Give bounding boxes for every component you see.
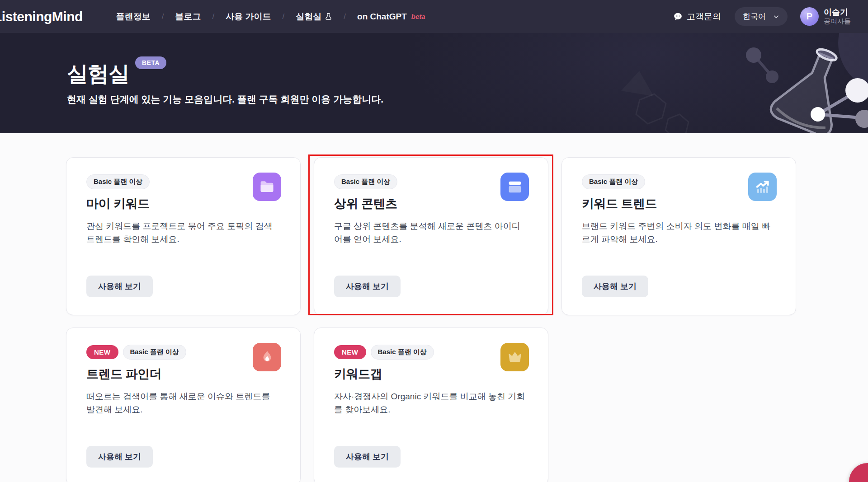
plan-badge: Basic 플랜 이상: [371, 345, 434, 360]
page-subtitle: 현재 실험 단계에 있는 기능 모음입니다. 플랜 구독 회원만 이용 가능합니…: [67, 93, 868, 106]
new-badge: NEW: [334, 345, 366, 359]
page-title: 실험실: [67, 62, 129, 85]
folder-icon: [253, 173, 281, 201]
header-right-group: 고객문의 한국어 P 이슬기 공여사들: [673, 7, 851, 26]
avatar: P: [800, 7, 819, 26]
nav-item-user-guide[interactable]: 사용 가이드: [226, 11, 271, 23]
new-badge: NEW: [86, 345, 118, 359]
card-description: 구글 상위 콘텐츠를 분석해 새로운 콘텐츠 아이디어를 얻어 보세요.: [334, 220, 528, 246]
main-nav: 플랜정보 / 블로그 / 사용 가이드 / 실험실 / on ChatGPT b…: [116, 11, 425, 23]
beta-label: beta: [411, 13, 425, 20]
plan-badge: Basic 플랜 이상: [582, 174, 645, 189]
card-title: 키워드 트렌드: [582, 196, 776, 212]
card-description: 브랜드 키워드 주변의 소비자 의도 변화를 매일 빠르게 파악해 보세요.: [582, 220, 776, 246]
card-title: 상위 콘텐츠: [334, 196, 528, 212]
top-navigation-bar: ListeningMind 플랜정보 / 블로그 / 사용 가이드 / 실험실 …: [0, 0, 868, 33]
nav-item-plan-info[interactable]: 플랜정보: [116, 11, 151, 23]
try-it-button[interactable]: 사용해 보기: [86, 446, 153, 468]
card-description: 떠오르는 검색어를 통해 새로운 이슈와 트렌드를 발견해 보세요.: [86, 390, 280, 416]
flame-icon: [253, 343, 281, 371]
card-description: 관심 키워드를 프로젝트로 묶어 주요 토픽의 검색 트렌드를 확인해 보세요.: [86, 220, 280, 246]
nav-separator: /: [283, 12, 285, 21]
lab-features-section: Basic 플랜 이상 마이 키워드 관심 키워드를 프로젝트로 묶어 주요 토…: [0, 133, 868, 482]
nav-separator: /: [162, 12, 164, 21]
user-profile[interactable]: P 이슬기 공여사들: [800, 7, 851, 26]
nav-separator: /: [344, 12, 346, 21]
beta-badge: BETA: [135, 56, 166, 69]
chat-bubble-icon: [673, 12, 683, 21]
plan-badge: Basic 플랜 이상: [86, 174, 150, 189]
feature-card-keyword-gap[interactable]: NEW Basic 플랜 이상 키워드갭 자사·경쟁사의 Organic 키워드…: [314, 328, 548, 482]
plan-badge: Basic 플랜 이상: [334, 174, 397, 189]
user-organization: 공여사들: [824, 17, 851, 25]
plan-badge: Basic 플랜 이상: [123, 345, 186, 360]
card-title: 마이 키워드: [86, 196, 280, 212]
flask-icon: [325, 13, 332, 20]
feature-card-top-content[interactable]: Basic 플랜 이상 상위 콘텐츠 구글 상위 콘텐츠를 분석해 새로운 콘텐…: [314, 157, 548, 315]
card-description: 자사·경쟁사의 Organic 키워드를 비교해 놓친 기회를 찾아보세요.: [334, 390, 528, 416]
trend-chart-icon: [748, 173, 777, 201]
user-name: 이슬기: [824, 8, 851, 18]
nav-separator: /: [212, 12, 215, 21]
feature-card-my-keywords[interactable]: Basic 플랜 이상 마이 키워드 관심 키워드를 프로젝트로 묶어 주요 토…: [66, 157, 301, 315]
brand-logo[interactable]: ListeningMind: [0, 9, 83, 24]
nav-item-blog[interactable]: 블로그: [175, 11, 201, 23]
feature-card-keyword-trend[interactable]: Basic 플랜 이상 키워드 트렌드 브랜드 키워드 주변의 소비자 의도 변…: [561, 157, 796, 315]
crown-icon: [500, 343, 529, 371]
nav-item-on-chatgpt[interactable]: on ChatGPT beta: [357, 12, 425, 22]
try-it-button[interactable]: 사용해 보기: [86, 276, 153, 297]
try-it-button[interactable]: 사용해 보기: [334, 446, 401, 468]
card-title: 트렌드 파인더: [86, 366, 280, 382]
nav-item-lab[interactable]: 실험실: [296, 11, 332, 23]
feature-card-trend-finder[interactable]: NEW Basic 플랜 이상 트렌드 파인더 떠오르는 검색어를 통해 새로운…: [66, 328, 301, 482]
feature-cards-grid: Basic 플랜 이상 마이 키워드 관심 키워드를 프로젝트로 묶어 주요 토…: [66, 157, 796, 482]
chevron-down-icon: [773, 14, 779, 20]
try-it-button[interactable]: 사용해 보기: [582, 276, 648, 297]
contact-button[interactable]: 고객문의: [673, 11, 721, 23]
lab-hero-banner: 실험실 BETA 현재 실험 단계에 있는 기능 모음입니다. 플랜 구독 회원…: [0, 33, 868, 133]
try-it-button[interactable]: 사용해 보기: [334, 276, 401, 297]
card-title: 키워드갭: [334, 366, 528, 382]
language-selector[interactable]: 한국어: [735, 7, 788, 26]
browser-icon: [500, 173, 529, 201]
